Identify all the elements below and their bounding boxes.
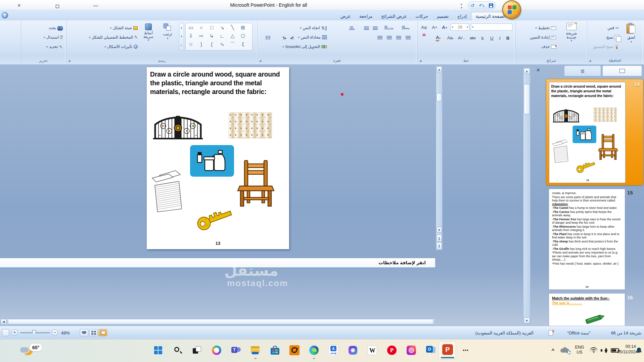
gold-key-image[interactable] (574, 156, 597, 173)
redo-icon[interactable]: ↺ (470, 3, 474, 8)
task-view-icon[interactable] (190, 343, 204, 357)
shapes-gallery-scroll[interactable]: ▲▼⩛ (179, 23, 184, 50)
select-button[interactable]: ▾تحديد ↖ (25, 43, 63, 50)
view-slide-sorter-button[interactable] (89, 329, 98, 336)
text-direction-button[interactable]: ▾اتجاه النص ⇅∥ (287, 24, 327, 32)
edge-icon[interactable] (307, 343, 321, 357)
font-color-button[interactable]: A▾ (432, 34, 444, 41)
notes-placeholder[interactable]: انقر لإضافة ملاحظات (378, 260, 426, 265)
next-slide-button[interactable]: ▼▼ (436, 242, 442, 250)
spellcheck-icon[interactable]: ✗ (549, 329, 555, 336)
shape-glyph-1-5[interactable]: ⬠ (238, 32, 248, 40)
fabric-curtain-image[interactable] (593, 107, 616, 122)
ribbon-tab-3[interactable]: حركات (411, 12, 433, 20)
italic-button[interactable]: I (496, 34, 504, 42)
bold-button[interactable]: B (504, 34, 512, 42)
columns-button[interactable] (264, 34, 272, 42)
plastic-bottles-image[interactable] (190, 145, 234, 177)
thumbnail-slide-14[interactable]: Draw a circle around wood, square around… (546, 79, 643, 185)
shape-glyph-0-3[interactable]: ↘ (217, 23, 227, 32)
qat-customize-icon[interactable]: ▾▾ (461, 3, 462, 9)
taskbar-more-icon[interactable]: ••• (459, 343, 473, 357)
panel-scroll-down-icon[interactable]: ▼ (524, 318, 530, 323)
shape-glyph-1-4[interactable]: △ (227, 32, 238, 40)
instagram-icon[interactable] (404, 343, 418, 357)
new-slide-button[interactable]: ✦ شريحة جديدة ▾ (559, 22, 584, 54)
panel-scrollbar-thumb[interactable] (524, 84, 530, 114)
paper-stack-image[interactable] (551, 138, 571, 163)
delete-slide-button[interactable]: حذف ✕ (518, 43, 556, 50)
convert-smartart-button[interactable]: ▾التحويل إلى SmartArt (263, 43, 327, 50)
copilot-icon[interactable] (210, 343, 224, 357)
ribbon-tab-4[interactable]: عرض الشرائح (377, 12, 411, 20)
fabric-curtain-image[interactable] (229, 112, 272, 138)
previous-slide-button[interactable]: ▲▲ (436, 235, 442, 242)
scroll-down-icon[interactable]: ▼ (436, 227, 442, 233)
teams-icon[interactable]: T (229, 343, 243, 357)
theme-name[interactable]: "سمة Office" (560, 330, 598, 335)
wooden-chair-image[interactable] (237, 160, 275, 207)
shape-glyph-0-1[interactable]: ○ (196, 23, 206, 32)
shape-glyph-0-4[interactable]: ╲ (227, 23, 238, 32)
slide-canvas[interactable]: Draw a circle around wood, square around… (147, 67, 289, 249)
zoom-level[interactable]: 48% (61, 330, 70, 335)
format-painter-button[interactable]: نسخ التنسيق (588, 43, 619, 50)
horizontal-scrollbar-thumb[interactable] (8, 319, 433, 324)
layout-button[interactable]: ▾ تخطيط (518, 24, 556, 32)
underline-button[interactable]: U (488, 34, 496, 42)
change-case-button[interactable]: Aa▾ (445, 34, 455, 42)
horizontal-scrollbar[interactable]: ◀ (0, 318, 435, 325)
shape-glyph-2-1[interactable]: } (196, 40, 206, 48)
align-right-button[interactable] (404, 34, 412, 42)
line-spacing-button[interactable]: ↕▾ (347, 25, 357, 32)
iron-gate-image[interactable] (553, 107, 580, 122)
view-slideshow-button[interactable] (80, 329, 88, 336)
shrink-font-button[interactable]: A▼ (431, 24, 439, 31)
ribbon-tab-5[interactable]: مراجعة (355, 12, 377, 20)
help-icon[interactable]: ? (2, 12, 8, 18)
shape-glyph-1-3[interactable]: ∟ (217, 32, 227, 40)
shape-glyph-1-0[interactable]: ⇩ (186, 32, 196, 40)
panel-scroll-up-icon[interactable]: ▲ (524, 68, 530, 74)
align-center-button[interactable] (395, 34, 403, 42)
restore-window-icon[interactable] (53, 2, 62, 9)
search-icon[interactable] (171, 343, 185, 357)
quick-styles-button[interactable]: أنماط سريعة ▾ (140, 23, 157, 51)
plastic-bottles-image[interactable] (572, 126, 596, 143)
thumbnail-slide-15[interactable]: create, & improve.There are some parts o… (549, 189, 625, 290)
arrange-button[interactable]: ترتيب▾ (158, 23, 177, 51)
epub-reader-icon[interactable]: A文 ePUB (326, 343, 340, 357)
loop-icon[interactable] (346, 343, 360, 357)
align-justify-button[interactable] (376, 34, 384, 42)
font-name-combo[interactable]: ▾ (471, 24, 512, 31)
align-left-button[interactable] (385, 34, 394, 42)
shape-fill-button[interactable]: ▾تعبئة الشكل (71, 24, 138, 32)
font-size-combo[interactable]: ▾28▾ (451, 24, 469, 31)
vertical-scrollbar-thumb[interactable] (436, 93, 442, 101)
close-window-icon[interactable]: × (15, 2, 24, 9)
save-icon[interactable] (489, 3, 493, 8)
start-button[interactable] (151, 343, 165, 357)
clear-formatting-button[interactable]: Aa (419, 24, 428, 31)
shape-glyph-2-4[interactable]: ⌒ (227, 40, 238, 48)
zoom-slider-thumb[interactable] (32, 330, 36, 335)
grow-font-button[interactable]: A▲ (441, 24, 449, 31)
clock[interactable]: 00:14 05/11/2024 (617, 344, 636, 355)
shape-outline-button[interactable]: ▾المخطط التفصيلي للشكل ✎ (71, 34, 138, 41)
notes-pane[interactable]: انقر لإضافة ملاحظات (0, 258, 435, 268)
shape-glyph-0-5[interactable]: ⊞ (238, 23, 248, 32)
copy-button[interactable]: نسخ (589, 34, 619, 41)
shape-glyph-0-2[interactable]: □ (206, 23, 217, 32)
thumbnail-slide-16[interactable]: Match the suitable with the Sun:- The su… (549, 293, 625, 326)
wooden-chair-image[interactable] (598, 134, 618, 160)
decrease-indent-button[interactable] (371, 25, 379, 32)
ltr-direction-button[interactable]: ¶▸ (281, 34, 288, 42)
shape-glyph-2-3[interactable]: ∿ (217, 40, 227, 48)
shape-glyph-1-1[interactable]: ⇨ (196, 32, 206, 40)
onedrive-icon[interactable] (559, 343, 571, 357)
ribbon-tab-1[interactable]: إدراج (453, 12, 471, 20)
cut-button[interactable]: قص ✂ (589, 24, 619, 32)
paper-stack-image[interactable] (149, 168, 187, 212)
ribbon-tab-6[interactable]: عرض (336, 12, 355, 20)
scroll-up-icon[interactable]: ▲ (436, 66, 442, 72)
